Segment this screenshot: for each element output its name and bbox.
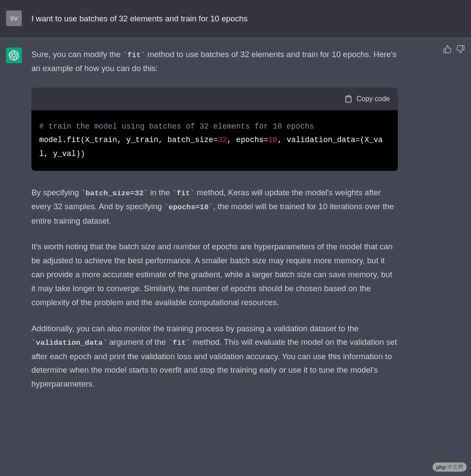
code-block: Copy code # train the model using batche… — [31, 88, 398, 171]
copy-label: Copy code — [357, 93, 390, 105]
paragraph-2: By specifying `batch_size=32` in the `fi… — [31, 186, 398, 228]
text: Additionally, you can also monitor the t… — [31, 324, 358, 333]
assistant-avatar — [6, 48, 22, 63]
svg-rect-0 — [347, 95, 350, 97]
code-comment: # train the model using batches of 32 el… — [39, 122, 314, 131]
copy-code-button[interactable]: Copy code — [345, 93, 390, 105]
paragraph-4: Additionally, you can also monitor the t… — [31, 322, 398, 391]
inline-code: `fit` — [168, 339, 190, 347]
inline-code: `batch_size=32` — [81, 189, 148, 197]
text: Sure, you can modify the — [31, 50, 123, 59]
text: argument of the — [107, 337, 168, 347]
user-text: I want to use batches of 32 elements and… — [31, 10, 424, 26]
code-toolbar: Copy code — [31, 88, 398, 110]
assistant-message: Sure, you can modify the `fit` method to… — [0, 37, 471, 401]
inline-code: `fit` — [172, 189, 195, 197]
inline-code: `epochs=10` — [164, 203, 213, 211]
user-message: SV I want to use batches of 32 elements … — [0, 0, 471, 37]
inline-code: `validation_data` — [31, 339, 107, 347]
assistant-content: Sure, you can modify the `fit` method to… — [31, 48, 424, 391]
inline-code-fit: `fit` — [123, 51, 145, 59]
thumbs-down-icon[interactable] — [456, 45, 465, 54]
text: in the — [148, 188, 172, 197]
code-text: model.fit(X_train, y_train, batch_size= — [39, 136, 218, 144]
avatar-initials: SV — [10, 15, 17, 22]
message-actions — [443, 45, 465, 54]
thumbs-up-icon[interactable] — [443, 45, 452, 54]
code-number: 10 — [268, 136, 277, 144]
code-content: # train the model using batches of 32 el… — [31, 110, 398, 171]
user-avatar: SV — [6, 10, 22, 26]
code-text: , epochs= — [227, 136, 269, 144]
paragraph-3: It's worth noting that the batch size an… — [31, 240, 398, 309]
intro-paragraph: Sure, you can modify the `fit` method to… — [31, 48, 398, 75]
code-number: 32 — [218, 136, 227, 144]
text: By specifying — [31, 188, 81, 197]
clipboard-icon — [345, 95, 352, 103]
openai-icon — [9, 50, 19, 61]
